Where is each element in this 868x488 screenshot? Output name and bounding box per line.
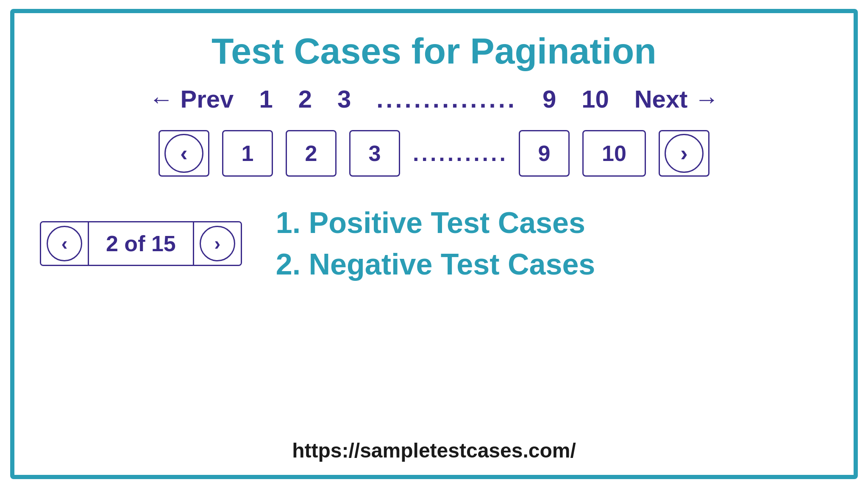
next-label: Next → bbox=[634, 85, 719, 113]
btn-dots: ........... bbox=[413, 141, 506, 166]
text-page-3[interactable]: 3 bbox=[337, 85, 351, 113]
compact-next-icon: › bbox=[214, 233, 220, 254]
page-title: Test Cases for Pagination bbox=[211, 30, 657, 72]
text-dots: ............... bbox=[376, 85, 517, 113]
btn-page-3[interactable]: 3 bbox=[349, 130, 400, 177]
page-info-display: 2 of 15 bbox=[88, 222, 194, 265]
btn-page-9[interactable]: 9 bbox=[519, 130, 570, 177]
btn-page-2[interactable]: 2 bbox=[286, 130, 337, 177]
prev-label: ← Prev bbox=[149, 85, 234, 113]
btn-page-10[interactable]: 10 bbox=[582, 130, 646, 177]
text-page-2[interactable]: 2 bbox=[298, 85, 312, 113]
next-text-btn[interactable]: Next → bbox=[634, 85, 719, 113]
next-chevron-icon: › bbox=[680, 141, 687, 166]
prev-text-btn[interactable]: ← Prev bbox=[149, 85, 234, 113]
text-pagination-row: ← Prev 1 2 3 ............... 9 10 Next → bbox=[149, 85, 719, 113]
prev-btn[interactable]: ‹ bbox=[159, 130, 209, 177]
footer-url[interactable]: https://sampletestcases.com/ bbox=[292, 430, 576, 462]
test-cases-list: 1. Positive Test Cases 2. Negative Test … bbox=[276, 202, 828, 285]
prev-chevron-icon: ‹ bbox=[180, 141, 187, 166]
test-case-1: 1. Positive Test Cases bbox=[276, 202, 828, 244]
test-case-2: 2. Negative Test Cases bbox=[276, 244, 828, 285]
bottom-section: ‹ 2 of 15 › 1. Positive Test Cases 2. Ne… bbox=[40, 202, 828, 285]
compact-prev-icon: ‹ bbox=[61, 233, 68, 254]
main-container: Test Cases for Pagination ← Prev 1 2 3 .… bbox=[10, 9, 858, 479]
compact-next-btn[interactable]: › bbox=[194, 222, 241, 265]
compact-prev-btn[interactable]: ‹ bbox=[41, 222, 88, 265]
btn-pagination-row: ‹ 1 2 3 ........... 9 10 › bbox=[159, 130, 709, 177]
btn-page-1[interactable]: 1 bbox=[222, 130, 273, 177]
text-page-9[interactable]: 9 bbox=[542, 85, 556, 113]
text-page-10[interactable]: 10 bbox=[581, 85, 609, 113]
next-btn[interactable]: › bbox=[659, 130, 709, 177]
text-page-1[interactable]: 1 bbox=[259, 85, 273, 113]
compact-pagination: ‹ 2 of 15 › bbox=[40, 221, 242, 266]
